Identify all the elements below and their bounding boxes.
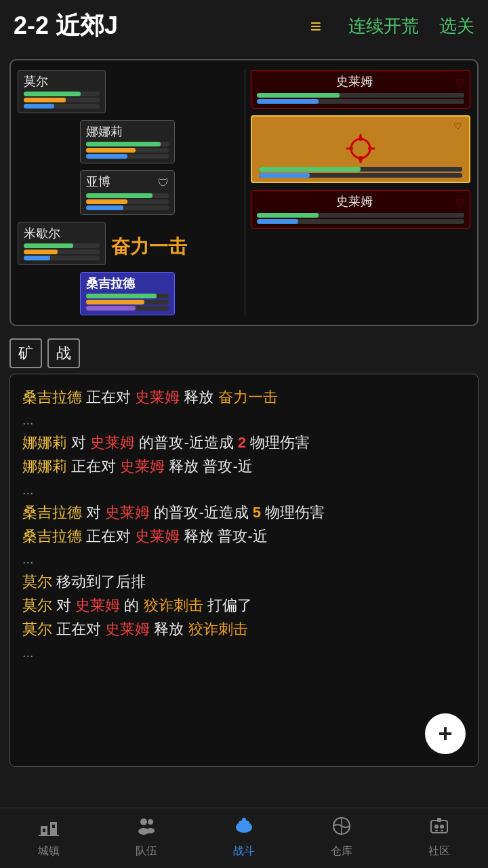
char-card-mor[interactable]: 莫尔 — [18, 70, 106, 113]
log-skill-1: 奋力一击 — [218, 389, 278, 406]
log-subject-6: 莫尔 — [22, 573, 52, 590]
svg-point-21 — [434, 825, 439, 829]
svg-point-13 — [148, 819, 153, 825]
char-card-targeted[interactable]: ♡ — [251, 115, 471, 183]
log-skill-7: 狡诈刺击 — [144, 597, 203, 614]
svg-rect-20 — [431, 821, 447, 833]
nav-label-community: 社区 — [428, 844, 450, 859]
team-icon — [136, 815, 157, 842]
header: 2-2 近郊J ≡ 连续开荒 选关 — [0, 0, 488, 52]
nav-item-community[interactable]: 社区 — [428, 815, 450, 859]
community-icon — [428, 815, 450, 842]
log-num-2: 2 — [238, 434, 246, 451]
page-title: 2-2 近郊J — [14, 9, 302, 43]
log-line-5: 桑吉拉德 正在对 史莱姆 释放 普攻-近 — [22, 524, 466, 548]
menu-icon[interactable]: ≡ — [310, 16, 321, 37]
char-name-sang: 桑吉拉德 — [86, 275, 169, 292]
battle-area: 莫尔 娜娜莉 亚博 — [9, 59, 479, 326]
log-target-4: 史莱姆 — [105, 504, 150, 521]
char-name-yabo: 亚博 — [86, 174, 110, 190]
log-area: 桑吉拉德 正在对 史莱姆 释放 奋力一击 ... 娜娜莉 对 史莱姆 的普攻-近… — [9, 374, 479, 767]
log-subject-7: 莫尔 — [22, 597, 52, 614]
log-line-2: 娜娜莉 对 史莱姆 的普攻-近造成 2 物理伤害 — [22, 431, 466, 454]
svg-point-0 — [351, 139, 370, 158]
char-name-mike: 米歇尔 — [24, 225, 100, 241]
heart-icon-targeted: ♡ — [453, 121, 462, 132]
log-subject-3: 娜娜莉 — [22, 458, 67, 475]
continue-explore-btn[interactable]: 连续开荒 — [348, 14, 419, 38]
svg-point-15 — [146, 828, 155, 833]
svg-point-22 — [440, 825, 444, 829]
char-card-nanali[interactable]: 娜娜莉 — [80, 120, 175, 163]
char-card-yabo[interactable]: 亚博 🛡 — [80, 170, 175, 215]
log-dots-4: ... — [22, 642, 466, 663]
log-subject-5: 桑吉拉德 — [22, 528, 82, 545]
nav-label-town: 城镇 — [38, 844, 60, 859]
char-name-enemy1: 史莱姆 — [257, 73, 453, 90]
tabs-row: 矿 战 — [0, 333, 488, 374]
svg-rect-18 — [242, 818, 246, 823]
log-subject-1: 桑吉拉德 — [22, 389, 82, 406]
char-card-sang[interactable]: 桑吉拉德 — [80, 272, 175, 315]
nav-label-storage: 仓库 — [331, 844, 352, 859]
plus-button[interactable]: + — [425, 713, 466, 754]
char-card-enemy2[interactable]: 史莱姆 ♡ — [251, 190, 471, 229]
team-right: 史莱姆 ♡ ♡ — [245, 70, 471, 315]
battle-icon — [233, 815, 255, 842]
log-dots-3: ... — [22, 548, 466, 570]
select-level-btn[interactable]: 选关 — [439, 14, 474, 38]
svg-marker-5 — [357, 157, 364, 163]
log-subject-8: 莫尔 — [22, 620, 52, 637]
log-line-4: 桑吉拉德 对 史莱姆 的普攻-近造成 5 物理伤害 — [22, 500, 466, 524]
log-num-4: 5 — [253, 504, 261, 521]
svg-rect-25 — [437, 818, 441, 822]
log-line-3: 娜娜莉 正在对 史莱姆 释放 普攻-近 — [22, 454, 466, 478]
log-dots-2: ... — [22, 479, 466, 500]
nav-label-battle: 战斗 — [233, 844, 255, 859]
log-target-2: 史莱姆 — [90, 434, 135, 451]
special-move-label: 奋力一击 — [111, 234, 187, 260]
nav-label-team: 队伍 — [136, 844, 157, 859]
log-line-8: 莫尔 正在对 史莱姆 释放 狡诈刺击 — [22, 617, 466, 641]
char-card-mike[interactable]: 米歇尔 — [18, 222, 106, 265]
town-icon — [38, 815, 60, 842]
log-target-3: 史莱姆 — [120, 458, 165, 475]
shield-icon: 🛡 — [158, 177, 169, 189]
nav-item-battle[interactable]: 战斗 — [233, 815, 255, 859]
bottom-nav: 城镇 队伍 战斗 — [0, 808, 488, 868]
svg-marker-6 — [359, 134, 363, 138]
log-target-5: 史莱姆 — [135, 528, 180, 545]
tab-mine[interactable]: 矿 — [9, 338, 42, 368]
log-line-7: 莫尔 对 史莱姆 的 狡诈刺击 打偏了 — [22, 593, 466, 617]
log-target-1: 史莱姆 — [135, 389, 180, 406]
svg-point-12 — [140, 818, 147, 825]
nav-item-storage[interactable]: 仓库 — [331, 815, 352, 859]
char-name-mor: 莫尔 — [24, 73, 100, 90]
heart-icon-enemy1: ♡ — [455, 77, 464, 88]
log-target-7: 史莱姆 — [75, 597, 120, 614]
log-line-1: 桑吉拉德 正在对 史莱姆 释放 奋力一击 — [22, 385, 466, 409]
log-subject-4: 桑吉拉德 — [22, 504, 82, 521]
log-subject-2: 娜娜莉 — [22, 434, 67, 451]
team-left: 莫尔 娜娜莉 亚博 — [18, 70, 238, 315]
log-dots-1: ... — [22, 409, 466, 431]
svg-rect-9 — [43, 829, 45, 832]
nav-item-town[interactable]: 城镇 — [38, 815, 60, 859]
log-line-6: 莫尔 移动到了后排 — [22, 570, 466, 593]
log-target-8: 史莱姆 — [105, 620, 150, 637]
crosshair-icon — [344, 132, 378, 165]
nav-item-team[interactable]: 队伍 — [136, 815, 157, 859]
svg-rect-10 — [52, 825, 55, 828]
char-name-nanali: 娜娜莉 — [86, 123, 169, 140]
storage-icon — [331, 815, 352, 842]
tab-battle[interactable]: 战 — [47, 338, 80, 368]
char-card-enemy1[interactable]: 史莱姆 ♡ — [251, 70, 471, 108]
svg-rect-8 — [50, 822, 57, 835]
svg-rect-24 — [441, 830, 443, 831]
char-name-enemy2: 史莱姆 — [257, 193, 453, 210]
svg-rect-23 — [435, 830, 438, 831]
heart-icon-enemy2: ♡ — [455, 197, 464, 208]
log-skill-8: 狡诈刺击 — [188, 620, 248, 637]
